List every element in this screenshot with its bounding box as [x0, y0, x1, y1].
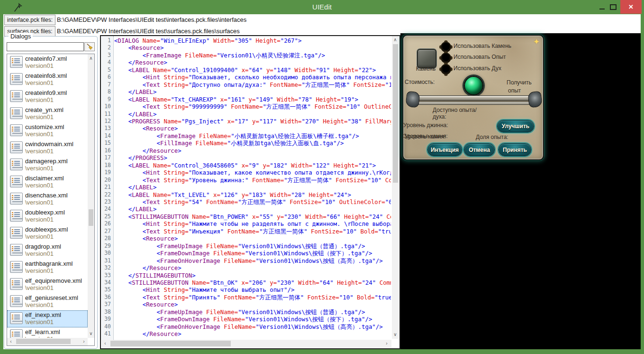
code-line[interactable]: <Hint String="Показывает, какое количест… — [114, 169, 391, 176]
code-line[interactable]: <Text String="Уровень джинна:" FontName=… — [114, 177, 391, 184]
code-line[interactable]: <STILLIMAGEBUTTON Name="Btn_OK" x="206" … — [114, 279, 391, 286]
code-line[interactable]: <FrameImage FileName="小精灵新加tga\经验注入面板\槽子… — [114, 132, 391, 140]
code-line[interactable]: </LABEL> — [114, 88, 391, 95]
code-line[interactable]: <FrameDownImage FileName="Version01\Wind… — [114, 250, 391, 257]
list-item[interactable]: create_yn.xml \version01 — [7, 105, 88, 122]
code-line[interactable]: </Resource> — [114, 147, 391, 154]
code-line[interactable]: <Text String="Доступно опыта/духа:" Font… — [114, 81, 391, 88]
list-item[interactable]: doubleexp.xml \version01 — [7, 208, 88, 225]
chevron-left-icon[interactable]: ‹ — [102, 340, 109, 347]
improve-button[interactable]: Улучшить — [497, 120, 534, 132]
code-line[interactable]: </STILLIMAGEBUTTON> — [114, 272, 391, 279]
xml-code-area[interactable]: <DIALOG Name="Win_ELFInExp" Width="305" … — [114, 36, 391, 341]
code-line[interactable]: <Resource> — [114, 44, 391, 51]
chevron-right-icon[interactable]: › — [383, 340, 390, 347]
chevron-down-icon[interactable]: ∨ — [392, 331, 399, 338]
code-line[interactable]: <FrameUpImage FileName="Version01\Window… — [114, 308, 391, 316]
gold-star-icon[interactable]: ✦ — [531, 37, 542, 47]
code-line[interactable]: <Text String="Инъекция" FontName="方正细黑一简… — [114, 228, 391, 235]
list-item-title: cwindowmain.xml — [25, 140, 73, 148]
green-gem-icon[interactable] — [464, 76, 483, 95]
vscroll-thumb[interactable] — [89, 209, 93, 226]
list-item[interactable]: cwindowmain.xml \version01 — [7, 140, 88, 157]
code-line[interactable]: <PROGRESS Name="Pgs_Inject" x="17" y="11… — [114, 118, 391, 125]
list-item[interactable]: disenchase.xml \version01 — [7, 191, 88, 208]
vscroll-thumb[interactable] — [393, 44, 398, 183]
chevron-up-icon[interactable]: ∧ — [392, 37, 399, 43]
xml-editor[interactable]: 1234567891011121314151617181920212223242… — [101, 36, 399, 348]
list-item[interactable]: damagerep.xml \version01 — [7, 157, 88, 174]
list-item[interactable]: createinfo9.xml \version01 — [7, 88, 88, 105]
code-line[interactable]: <LABEL Name="Txt_CHAREXP" x="161" y="149… — [114, 96, 391, 103]
code-line[interactable]: <FrameOnHoverImage FileName="Version01\W… — [114, 323, 391, 330]
code-line[interactable]: <FillImage FileName="小精灵新加tga\经验注入面板\血.t… — [114, 140, 391, 147]
code-line[interactable]: <FrameUpImage FileName="Version01\Window… — [114, 242, 391, 250]
list-item[interactable]: dragdrop.xml \version01 — [7, 242, 88, 259]
chevron-down-icon[interactable]: ∨ — [88, 330, 94, 337]
code-line[interactable]: <Text String="999999999" FontName="方正细黑一… — [114, 103, 391, 110]
cancel-button[interactable]: Отмена — [464, 143, 495, 156]
list-item[interactable]: customize.xml \version01 — [7, 122, 88, 140]
title-bar[interactable]: UIEdit ✕ — [0, 0, 644, 14]
code-line[interactable]: </Resource> — [114, 330, 391, 337]
code-line[interactable]: </PROGRESS> — [114, 154, 391, 161]
code-line[interactable]: <STILLIMAGEBUTTON Name="Btn_POWER" x="55… — [114, 213, 391, 220]
hscroll-thumb[interactable] — [110, 341, 231, 346]
code-line[interactable]: <LABEL Name="Txt_LEVEL" x="126" y="183" … — [114, 191, 391, 198]
list-item[interactable]: elf_learn.xml \version01 — [7, 327, 88, 338]
radio-use-stone-label: Использовать Камень — [454, 43, 511, 49]
dialog-list-hscrollbar[interactable]: ‹ › — [7, 338, 88, 345]
uiedit-window: UIEdit ✕ interface.pck files: B:\GAMEDEV… — [0, 0, 644, 354]
chevron-up-icon[interactable]: ∧ — [88, 55, 94, 62]
chevron-right-icon[interactable]: › — [81, 338, 87, 345]
list-item[interactable]: earthbagrank.xml \version01 — [7, 259, 88, 276]
list-item[interactable]: elf_equipremove.xml \version01 — [7, 276, 88, 293]
code-line[interactable]: <Resource> — [114, 301, 391, 308]
accept-button[interactable]: Принять — [499, 143, 531, 156]
dialog-filter-input[interactable] — [7, 42, 84, 51]
code-line[interactable]: </LABEL> — [114, 205, 391, 213]
interface-pck-button[interactable]: interface.pck files: — [4, 15, 55, 25]
list-item-version: \version01 — [25, 96, 54, 103]
radio-use-exp[interactable] — [441, 53, 451, 63]
list-item[interactable]: elf_inexp.xml \version01 — [7, 310, 88, 327]
chevron-left-icon[interactable]: ‹ — [8, 338, 14, 345]
code-line[interactable]: <FrameDownImage FileName="Version01\Wind… — [114, 316, 391, 323]
editor-hscrollbar[interactable]: ‹ › — [101, 340, 391, 348]
code-line[interactable]: <Hint String="Нажмите чтобы выбрать опыт… — [114, 286, 391, 293]
code-line[interactable]: <LABEL Name="Control_360458605" x="9" y=… — [114, 162, 391, 169]
list-item[interactable]: createinfo8.xml \version01 — [7, 71, 88, 88]
editor-vscrollbar[interactable]: ∧ ∨ — [392, 36, 399, 339]
code-line[interactable]: <Hint String="Показывает, сколько необхо… — [114, 74, 391, 81]
code-line[interactable]: </LABEL> — [114, 111, 391, 118]
close-button[interactable]: ✕ — [620, 0, 642, 14]
dialog-file-icon — [10, 261, 23, 273]
list-item[interactable]: createinfo7.xml \version01 — [7, 54, 88, 71]
radio-use-spirit[interactable] — [441, 64, 451, 75]
code-line[interactable]: <Text String="54" FontName="方正细黑一简体" Fon… — [114, 198, 391, 205]
code-line[interactable]: <Resource> — [114, 125, 391, 132]
code-line[interactable]: <Resource> — [114, 235, 391, 242]
maximize-button[interactable] — [607, 0, 620, 14]
code-line[interactable]: <DIALOG Name="Win_ELFInExp" Width="305" … — [114, 37, 391, 44]
line-number: 3 — [101, 52, 113, 59]
code-line[interactable]: <FrameOnHoverImage FileName="Version01\W… — [114, 257, 391, 264]
line-number: 38 — [101, 308, 113, 316]
code-line[interactable]: </Resource> — [114, 59, 391, 66]
list-item[interactable]: disclaimer.xml \version01 — [7, 174, 88, 191]
injection-button[interactable]: Инъекция — [427, 143, 462, 156]
line-number: 17 — [101, 154, 113, 161]
code-line[interactable]: <Hint String="Нажмите чтобы не разделять… — [114, 220, 391, 227]
dialog-file-icon — [10, 329, 23, 338]
code-line[interactable]: </Resource> — [114, 264, 391, 271]
code-line[interactable]: <LABEL Name="Control_191099400" x="64" y… — [114, 66, 391, 74]
code-line[interactable]: </LABEL> — [114, 184, 391, 191]
list-item[interactable]: doubleexps.xml \version01 — [7, 225, 88, 242]
dialog-list-vscrollbar[interactable]: ∧ ∨ — [88, 54, 94, 338]
list-item[interactable]: elf_geniusreset.xml \version01 — [7, 293, 88, 310]
code-line[interactable]: <FrameImage FileName="Version01\小精灵\经验灌注… — [114, 52, 391, 59]
radio-use-stone[interactable] — [441, 42, 451, 52]
clear-filter-button[interactable] — [84, 42, 95, 51]
code-line[interactable]: <Text String="Принять" FontName="方正细黑一简体… — [114, 294, 391, 301]
hscroll-thumb[interactable] — [16, 339, 71, 344]
